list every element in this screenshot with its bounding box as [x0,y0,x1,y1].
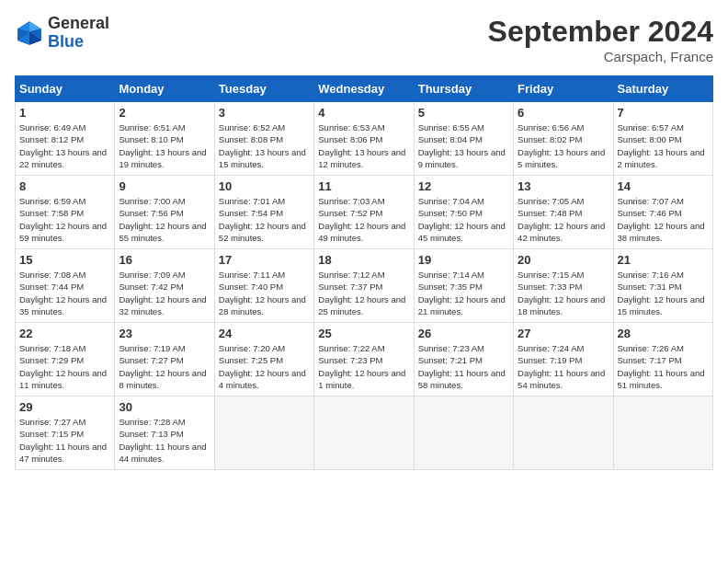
col-monday: Monday [115,76,214,102]
col-saturday: Saturday [613,76,712,102]
logo-icon [15,18,44,48]
day-info: Sunrise: 6:57 AMSunset: 8:00 PMDaylight:… [618,121,709,170]
table-row: 24Sunrise: 7:20 AMSunset: 7:25 PMDayligh… [214,323,313,396]
table-row [613,396,712,470]
day-info: Sunrise: 7:08 AMSunset: 7:44 PMDaylight:… [19,269,110,317]
calendar-body: 1Sunrise: 6:49 AMSunset: 8:12 PMDaylight… [16,102,713,470]
table-row: 18Sunrise: 7:12 AMSunset: 7:37 PMDayligh… [314,249,414,323]
day-info: Sunrise: 6:53 AMSunset: 8:06 PMDaylight:… [318,121,409,170]
day-number: 30 [119,400,210,414]
day-info: Sunrise: 7:20 AMSunset: 7:25 PMDaylight:… [219,342,310,391]
table-row: 7Sunrise: 6:57 AMSunset: 8:00 PMDaylight… [613,102,712,176]
table-row: 2Sunrise: 6:51 AMSunset: 8:10 PMDaylight… [115,102,214,176]
day-info: Sunrise: 6:56 AMSunset: 8:02 PMDaylight:… [518,121,609,170]
day-info: Sunrise: 7:00 AMSunset: 7:56 PMDaylight:… [119,195,210,244]
table-row: 16Sunrise: 7:09 AMSunset: 7:42 PMDayligh… [115,249,214,323]
day-info: Sunrise: 7:15 AMSunset: 7:33 PMDaylight:… [518,269,609,317]
week-row: 15Sunrise: 7:08 AMSunset: 7:44 PMDayligh… [16,249,713,323]
table-row: 8Sunrise: 6:59 AMSunset: 7:58 PMDaylight… [16,176,115,249]
day-number: 4 [318,106,409,120]
table-row: 17Sunrise: 7:11 AMSunset: 7:40 PMDayligh… [214,249,313,323]
day-info: Sunrise: 7:05 AMSunset: 7:48 PMDaylight:… [518,195,609,244]
day-info: Sunrise: 6:52 AMSunset: 8:08 PMDaylight:… [219,121,310,170]
table-row: 4Sunrise: 6:53 AMSunset: 8:06 PMDaylight… [314,102,414,176]
calendar-table: Sunday Monday Tuesday Wednesday Thursday… [15,75,713,470]
location: Carspach, France [488,49,713,64]
calendar-container: General Blue September 2024 Carspach, Fr… [0,0,728,477]
day-info: Sunrise: 7:11 AMSunset: 7:40 PMDaylight:… [219,269,310,317]
table-row [414,396,513,470]
col-tuesday: Tuesday [214,76,313,102]
day-info: Sunrise: 7:28 AMSunset: 7:13 PMDaylight:… [119,416,210,465]
table-row: 23Sunrise: 7:19 AMSunset: 7:27 PMDayligh… [115,323,214,396]
table-row: 13Sunrise: 7:05 AMSunset: 7:48 PMDayligh… [514,176,613,249]
day-number: 26 [418,327,509,340]
day-info: Sunrise: 7:22 AMSunset: 7:23 PMDaylight:… [318,342,409,391]
day-info: Sunrise: 6:59 AMSunset: 7:58 PMDaylight:… [19,195,110,244]
table-row: 5Sunrise: 6:55 AMSunset: 8:04 PMDaylight… [414,102,513,176]
table-row: 14Sunrise: 7:07 AMSunset: 7:46 PMDayligh… [613,176,712,249]
day-info: Sunrise: 6:49 AMSunset: 8:12 PMDaylight:… [19,121,110,170]
day-info: Sunrise: 7:23 AMSunset: 7:21 PMDaylight:… [418,342,509,391]
day-number: 2 [119,106,210,120]
day-number: 12 [418,179,509,193]
logo-general: General [48,14,109,32]
day-number: 23 [119,327,210,340]
day-number: 25 [318,327,409,340]
col-thursday: Thursday [414,76,513,102]
logo-text: General Blue [48,15,109,52]
table-row: 25Sunrise: 7:22 AMSunset: 7:23 PMDayligh… [314,323,414,396]
day-number: 19 [418,253,509,267]
day-number: 9 [119,179,210,193]
month-title: September 2024 [488,15,713,49]
table-row: 27Sunrise: 7:24 AMSunset: 7:19 PMDayligh… [514,323,613,396]
table-row: 20Sunrise: 7:15 AMSunset: 7:33 PMDayligh… [514,249,613,323]
day-number: 10 [219,179,310,193]
day-number: 16 [119,253,210,267]
table-row: 6Sunrise: 6:56 AMSunset: 8:02 PMDaylight… [514,102,613,176]
week-row: 1Sunrise: 6:49 AMSunset: 8:12 PMDaylight… [16,102,713,176]
header-row: Sunday Monday Tuesday Wednesday Thursday… [16,76,713,102]
day-info: Sunrise: 7:04 AMSunset: 7:50 PMDaylight:… [418,195,509,244]
table-row: 30Sunrise: 7:28 AMSunset: 7:13 PMDayligh… [115,396,214,470]
table-row: 29Sunrise: 7:27 AMSunset: 7:15 PMDayligh… [16,396,115,470]
day-info: Sunrise: 7:27 AMSunset: 7:15 PMDaylight:… [19,416,110,465]
week-row: 22Sunrise: 7:18 AMSunset: 7:29 PMDayligh… [16,323,713,396]
table-row: 26Sunrise: 7:23 AMSunset: 7:21 PMDayligh… [414,323,513,396]
table-row: 12Sunrise: 7:04 AMSunset: 7:50 PMDayligh… [414,176,513,249]
day-number: 15 [19,253,110,267]
day-info: Sunrise: 6:51 AMSunset: 8:10 PMDaylight:… [119,121,210,170]
day-info: Sunrise: 7:03 AMSunset: 7:52 PMDaylight:… [318,195,409,244]
day-info: Sunrise: 7:16 AMSunset: 7:31 PMDaylight:… [618,269,709,317]
title-block: September 2024 Carspach, France [488,15,713,64]
day-info: Sunrise: 7:14 AMSunset: 7:35 PMDaylight:… [418,269,509,317]
table-row: 10Sunrise: 7:01 AMSunset: 7:54 PMDayligh… [214,176,313,249]
table-row [214,396,313,470]
day-number: 21 [618,253,709,267]
table-row: 1Sunrise: 6:49 AMSunset: 8:12 PMDaylight… [16,102,115,176]
table-row: 22Sunrise: 7:18 AMSunset: 7:29 PMDayligh… [16,323,115,396]
day-number: 13 [518,179,609,193]
table-row: 9Sunrise: 7:00 AMSunset: 7:56 PMDaylight… [115,176,214,249]
day-number: 27 [518,327,609,340]
day-info: Sunrise: 7:19 AMSunset: 7:27 PMDaylight:… [119,342,210,391]
header: General Blue September 2024 Carspach, Fr… [15,15,713,64]
day-number: 29 [19,400,110,414]
logo: General Blue [15,15,109,52]
week-row: 8Sunrise: 6:59 AMSunset: 7:58 PMDaylight… [16,176,713,249]
logo-blue: Blue [48,32,84,51]
table-row: 3Sunrise: 6:52 AMSunset: 8:08 PMDaylight… [214,102,313,176]
col-friday: Friday [514,76,613,102]
day-number: 7 [618,106,709,120]
col-wednesday: Wednesday [314,76,414,102]
day-info: Sunrise: 7:12 AMSunset: 7:37 PMDaylight:… [318,269,409,317]
table-row [514,396,613,470]
table-row: 11Sunrise: 7:03 AMSunset: 7:52 PMDayligh… [314,176,414,249]
day-number: 1 [19,106,110,120]
day-number: 24 [219,327,310,340]
day-number: 17 [219,253,310,267]
day-number: 20 [518,253,609,267]
day-number: 6 [518,106,609,120]
day-info: Sunrise: 7:01 AMSunset: 7:54 PMDaylight:… [219,195,310,244]
day-info: Sunrise: 7:18 AMSunset: 7:29 PMDaylight:… [19,342,110,391]
